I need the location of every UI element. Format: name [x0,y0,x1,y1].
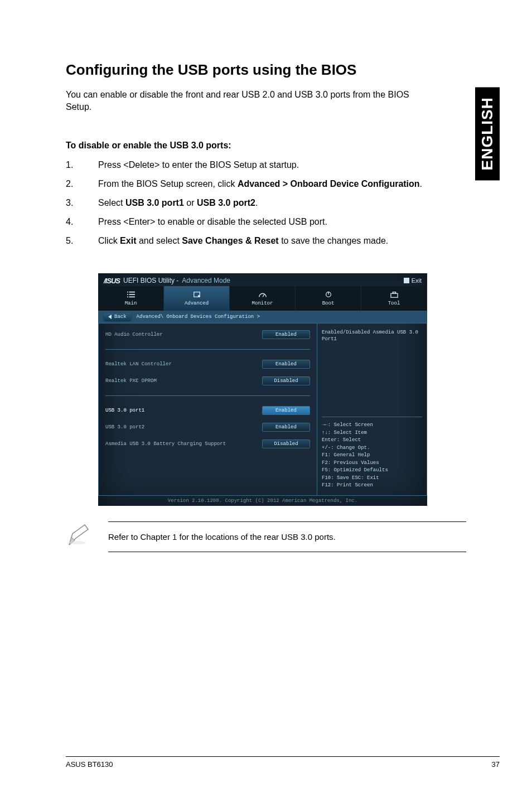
setting-row[interactable]: Realtek LAN Controller Enabled [105,360,310,369]
step-5-text-a: Click [98,236,120,245]
tab-tool-label: Tool [388,301,400,306]
bios-mode: Advanced Mode [182,277,230,284]
setting-label: Realtek PXE OPROM [105,378,157,384]
setting-label: USB 3.0 port1 [105,408,144,413]
step-3-text-a: Select [98,198,125,207]
step-2-text-c: . [420,179,422,189]
key-legend: →←: Select Screen ↑↓: Select Item Enter:… [322,417,422,490]
page-heading: Configuring the USB ports using the BIOS [66,61,466,79]
step-2-bold: Advanced > Onboard Device Configuration [238,179,420,189]
power-icon [323,291,333,298]
setting-row[interactable]: Asmedia USB 3.0 Battery Charging Support… [105,439,310,448]
back-label: Back [114,314,127,320]
setting-label: USB 3.0 port2 [105,424,144,430]
bios-title-prefix: UEFI BIOS Utility - [123,277,178,284]
setting-label: Asmedia USB 3.0 Battery Charging Support [105,441,226,447]
svg-rect-11 [390,293,397,297]
step-5-bold-2: Save Changes & Reset [182,236,278,245]
svg-point-13 [68,541,86,544]
setting-value[interactable]: Enabled [262,330,310,339]
setting-label: HD Audio Controller [105,332,163,337]
svg-point-7 [197,295,200,297]
step-2: From the BIOS Setup screen, click Advanc… [66,177,466,191]
page-content: Configuring the USB ports using the BIOS… [0,0,532,552]
step-5-bold-1: Exit [120,236,136,245]
svg-line-8 [263,294,265,297]
svg-rect-12 [393,292,395,293]
note-text: Refer to Chapter 1 for the locations of … [108,521,466,552]
bios-settings-panel: HD Audio Controller Enabled Realtek LAN … [98,323,317,496]
tab-main[interactable]: Main [98,286,164,311]
setting-label: Realtek LAN Controller [105,361,172,367]
svg-rect-3 [129,294,135,295]
step-3-text-c: or [184,198,197,207]
step-1: Press <Delete> to enter the BIOS Setup a… [66,158,466,172]
setting-row[interactable]: Realtek PXE OPROM Disabled [105,376,310,385]
back-button[interactable]: Back [104,313,131,321]
setting-value[interactable]: Enabled [262,423,310,432]
svg-rect-0 [127,292,128,293]
bios-help-panel: Enabled/Disabled Asmedia USB 3.0 Port1 →… [317,323,427,496]
step-5-text-c: and select [136,236,182,245]
setting-row[interactable]: USB 3.0 port2 Enabled [105,423,310,432]
tab-advanced[interactable]: Advanced [164,286,230,311]
breadcrumb-path: Advanced\ Onboard Devices Configuration … [137,314,260,320]
tab-monitor-label: Monitor [252,301,273,306]
step-3: Select USB 3.0 port1 or USB 3.0 port2. [66,196,466,210]
tab-boot[interactable]: Boot [296,286,361,311]
tab-monitor[interactable]: Monitor [230,286,296,311]
tab-tool[interactable]: Tool [361,286,427,311]
svg-rect-1 [129,292,135,293]
page-footer: ASUS BT6130 37 [66,756,500,769]
separator [105,395,310,396]
footer-page-number: 37 [492,760,500,769]
exit-label: Exit [412,277,422,284]
asus-logo: /ISUS [104,277,120,285]
tab-main-label: Main [125,301,137,306]
exit-button[interactable]: Exit [404,277,422,284]
tab-boot-label: Boot [322,301,335,306]
exit-icon [404,278,409,283]
setting-value[interactable]: Disabled [262,376,310,385]
step-3-bold-2: USB 3.0 port2 [197,198,255,207]
bios-tabs: Main Advanced Monitor Boot Tool [98,286,427,311]
steps-list: Press <Delete> to enter the BIOS Setup a… [66,158,466,248]
note-pencil-icon [66,521,93,548]
gauge-icon [258,291,268,298]
svg-rect-4 [127,296,128,297]
setting-value[interactable]: Disabled [262,439,310,448]
breadcrumb-bar: Back Advanced\ Onboard Devices Configura… [98,311,427,323]
separator [105,349,310,350]
bios-screenshot: /ISUS UEFI BIOS Utility - Advanced Mode … [98,273,427,506]
svg-rect-2 [127,294,128,295]
toolbox-icon [389,291,399,298]
help-description: Enabled/Disabled Asmedia USB 3.0 Port1 [322,329,422,343]
step-3-bold-1: USB 3.0 port1 [125,198,184,207]
chip-icon [192,291,202,298]
intro-paragraph: You can enable or disable the front and … [66,89,423,114]
setting-row-selected[interactable]: USB 3.0 port1 Enabled [105,406,310,415]
step-4: Press <Enter> to enable or disable the s… [66,215,466,229]
setting-value[interactable]: Enabled [262,406,310,415]
step-2-text-a: From the BIOS Setup screen, click [98,179,238,189]
tab-advanced-label: Advanced [185,301,209,306]
bios-version-footer: Version 2.10.1208. Copyright (C) 2012 Am… [98,496,427,506]
setting-value[interactable]: Enabled [262,360,310,369]
procedure-subheading: To disable or enable the USB 3.0 ports: [66,141,466,151]
language-tab: ENGLISH [475,87,500,180]
footer-model: ASUS BT6130 [66,760,113,769]
step-5: Click Exit and select Save Changes & Res… [66,234,466,248]
step-3-text-e: . [255,198,258,207]
note-callout: Refer to Chapter 1 for the locations of … [66,521,466,552]
bios-titlebar: /ISUS UEFI BIOS Utility - Advanced Mode … [98,273,427,286]
svg-rect-5 [129,296,135,297]
setting-row[interactable]: HD Audio Controller Enabled [105,330,310,339]
list-icon [126,291,136,298]
back-arrow-icon [108,315,112,319]
step-5-text-e: to save the changes made. [279,236,389,245]
